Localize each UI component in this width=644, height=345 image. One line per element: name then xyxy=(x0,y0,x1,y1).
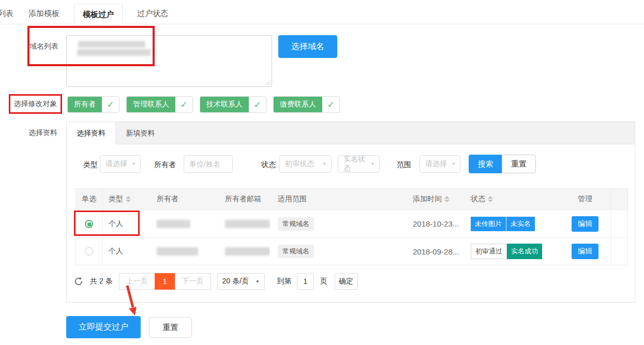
table-header-row: 单选 类型 所有者 所有者邮箱 适用范围 添加时间 状态 管理 xyxy=(76,189,627,209)
sort-icon[interactable] xyxy=(444,196,450,202)
contact-owner-toggle[interactable]: 所有者 ✓ xyxy=(67,96,119,113)
row2-scope-tag: 常规域名 xyxy=(278,245,314,258)
panel-tab-select-profile[interactable]: 选择资料 xyxy=(67,122,116,145)
contact-admin-toggle[interactable]: 管理联系人 ✓ xyxy=(126,96,193,113)
refresh-icon[interactable] xyxy=(74,277,83,286)
row1-scope-tag: 常规域名 xyxy=(278,217,314,231)
filter-review-status-select[interactable]: 初审状态 ▼ xyxy=(279,155,332,173)
header-empty xyxy=(611,189,627,209)
filter-scope-label: 范围 xyxy=(397,160,411,170)
contact-tech-toggle[interactable]: 技术联系人 ✓ xyxy=(200,96,266,113)
pagination: 共 2 条 上一页 1 下一页 20 条/页 ▼ 到第 页 确定 xyxy=(74,273,358,290)
header-status[interactable]: 状态 xyxy=(463,189,553,209)
row1-type: 个人 xyxy=(103,210,151,237)
row2-type: 个人 xyxy=(103,238,151,265)
page-size-value: 20 条/页 xyxy=(222,277,249,286)
goto-page-unit: 页 xyxy=(320,277,327,286)
filter-scope-select[interactable]: 请选择 ▼ xyxy=(420,155,460,173)
goto-confirm-button[interactable]: 确定 xyxy=(335,273,358,290)
chevron-down-icon: ▼ xyxy=(370,162,375,166)
top-tab-bar: 列表 添加模板 模板过户 过户状态 xyxy=(0,0,644,24)
panel-tab-bar: 选择资料 新填资料 xyxy=(67,122,635,144)
domain-list-label: 域名列表 xyxy=(29,42,58,51)
status-badge: 初审通过 xyxy=(471,244,507,259)
tab-add-template[interactable]: 添加模板 xyxy=(28,9,59,19)
profile-section-label: 选择资料 xyxy=(28,128,57,138)
filter-type-value: 请选择 xyxy=(106,159,127,169)
header-type-label: 类型 xyxy=(109,194,123,204)
contact-owner-label: 所有者 xyxy=(68,97,102,112)
submit-transfer-button[interactable]: 立即提交过户 xyxy=(66,316,141,338)
check-icon: ✓ xyxy=(175,97,192,112)
goto-page-label: 到第 xyxy=(277,277,292,286)
status-badge: 实名成功 xyxy=(507,244,542,259)
row2-edit-button[interactable]: 编辑 xyxy=(572,244,598,259)
redacted-domain-line xyxy=(78,41,145,48)
contact-admin-label: 管理联系人 xyxy=(127,97,175,112)
header-added-time-label: 添加时间 xyxy=(413,194,442,204)
header-manage: 管理 xyxy=(553,189,611,209)
goto-page-input[interactable] xyxy=(297,273,314,290)
check-icon: ✓ xyxy=(102,97,119,112)
domain-list-textarea[interactable] xyxy=(66,35,272,87)
row2-added-time: 2018-09-28... xyxy=(413,247,459,256)
header-type[interactable]: 类型 xyxy=(103,189,151,209)
footer-reset-button[interactable]: 重置 xyxy=(149,317,192,338)
check-icon: ✓ xyxy=(322,97,339,112)
current-page-button[interactable]: 1 xyxy=(155,273,175,290)
page-size-select[interactable]: 20 条/页 ▼ xyxy=(217,273,265,290)
tab-list[interactable]: 列表 xyxy=(0,9,13,19)
select-domain-button[interactable]: 选择域名 xyxy=(278,35,337,58)
page: 列表 添加模板 模板过户 过户状态 域名列表 选择域名 选择修改对象 所有者 ✓… xyxy=(0,0,644,345)
row2-radio[interactable] xyxy=(85,247,93,256)
header-status-label: 状态 xyxy=(471,194,485,204)
prev-page-button[interactable]: 上一页 xyxy=(119,273,155,290)
profile-panel: 选择资料 新填资料 类型 请选择 ▼ 所有者 状态 初审状态 ▼ 实名状态 ▼ … xyxy=(66,122,635,303)
filter-owner-label: 所有者 xyxy=(154,160,176,170)
row1-email-redacted xyxy=(225,220,270,228)
row2-email-redacted xyxy=(225,247,270,256)
status-badge: 未传图片 xyxy=(471,217,506,231)
filter-reset-button[interactable]: 重置 xyxy=(502,155,536,173)
row1-added-time: 2018-10-23... xyxy=(413,219,459,228)
contact-billing-toggle[interactable]: 缴费联系人 ✓ xyxy=(273,96,340,113)
table-row: 个人 常规域名 2018-09-28... 初审通过 实名成功 编辑 xyxy=(76,237,627,265)
chevron-down-icon: ▼ xyxy=(451,162,456,166)
modify-target-label: 选择修改对象 xyxy=(9,94,62,114)
row1-status-badges: 未传图片 未实名 xyxy=(471,217,535,231)
sort-icon[interactable] xyxy=(488,196,493,202)
pagination-total: 共 2 条 xyxy=(90,277,113,286)
header-added-time[interactable]: 添加时间 xyxy=(407,189,463,209)
header-owner: 所有者 xyxy=(151,189,219,209)
row2-status-badges: 初审通过 实名成功 xyxy=(471,244,542,259)
table-row: 个人 常规域名 2018-10-23... 未传图片 未实名 编辑 xyxy=(76,209,627,237)
next-page-button[interactable]: 下一页 xyxy=(175,273,211,290)
filter-realname-status-select[interactable]: 实名状态 ▼ xyxy=(338,155,380,173)
check-icon: ✓ xyxy=(249,97,266,112)
filter-status-label: 状态 xyxy=(261,160,276,170)
row1-edit-button[interactable]: 编辑 xyxy=(572,216,598,232)
row2-owner-redacted xyxy=(157,247,198,256)
contact-billing-label: 缴费联系人 xyxy=(274,97,322,112)
profile-table: 单选 类型 所有者 所有者邮箱 适用范围 添加时间 状态 管理 xyxy=(76,188,628,265)
search-button[interactable]: 搜索 xyxy=(469,155,502,173)
panel-tab-new-profile[interactable]: 新填资料 xyxy=(116,122,165,144)
filter-review-status-value: 初审状态 xyxy=(285,159,314,169)
status-badge: 未实名 xyxy=(506,217,535,231)
filter-type-label: 类型 xyxy=(83,160,98,170)
chevron-down-icon: ▼ xyxy=(131,162,136,166)
filter-owner-input[interactable] xyxy=(184,155,233,173)
filter-type-select[interactable]: 请选择 ▼ xyxy=(100,155,141,173)
header-radio: 单选 xyxy=(76,189,103,209)
header-scope: 适用范围 xyxy=(270,189,407,209)
filter-realname-status-value: 实名状态 xyxy=(343,155,370,173)
chevron-down-icon: ▼ xyxy=(256,279,260,284)
chevron-down-icon: ▼ xyxy=(322,162,327,166)
tab-template-transfer[interactable]: 模板过户 xyxy=(74,4,123,25)
sort-icon[interactable] xyxy=(126,196,131,202)
header-owner-email: 所有者邮箱 xyxy=(219,189,270,209)
tab-transfer-status[interactable]: 过户状态 xyxy=(137,9,168,19)
textarea-resize-grip[interactable] xyxy=(265,80,271,85)
filter-scope-value: 请选择 xyxy=(425,159,447,169)
row1-radio[interactable] xyxy=(85,220,93,228)
